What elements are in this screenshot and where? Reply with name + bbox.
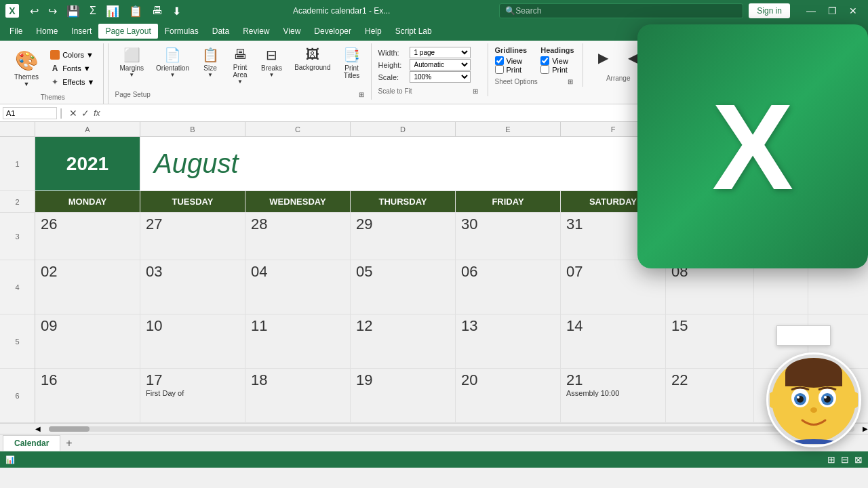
breaks-button[interactable]: ⊟ Breaks ▼ [256, 43, 287, 81]
cell-20[interactable]: 20 [456, 369, 561, 422]
print-titles-button[interactable]: 📑 Print Titles [338, 43, 366, 83]
cell-06[interactable]: 06 [456, 260, 561, 314]
col-header-a[interactable]: A [35, 122, 140, 136]
cell-10[interactable]: 10 [140, 314, 245, 368]
scale-select[interactable]: 100% [410, 71, 471, 83]
redo-button[interactable]: ↪ [45, 3, 60, 19]
cell-04[interactable]: 04 [245, 260, 351, 314]
width-select[interactable]: 1 page [410, 47, 471, 58]
arrange-forward-button[interactable]: ▶ [590, 46, 617, 69]
cell-27[interactable]: 27 [140, 213, 245, 260]
menu-data[interactable]: Data [205, 24, 236, 39]
menu-page-layout[interactable]: Page Layout [98, 24, 157, 39]
effects-button[interactable]: ✦ Effects ▼ [47, 76, 97, 88]
cell-05[interactable]: 05 [351, 260, 456, 314]
cell-tuesday: TUESDAY [140, 191, 245, 212]
cell-17[interactable]: 17 First Day of [140, 369, 245, 422]
page-setup-expand[interactable]: ⊞ [357, 89, 366, 100]
chart-button[interactable]: 📊 [103, 3, 122, 19]
menu-insert[interactable]: Insert [64, 24, 98, 39]
undo-button[interactable]: ↩ [27, 3, 41, 19]
cell-22[interactable]: 22 [666, 369, 754, 422]
cell-21[interactable]: 21 Assembly 10:00 [561, 369, 666, 422]
gridlines-title: Gridlines [495, 46, 528, 54]
cell-15[interactable]: 15 [666, 314, 754, 368]
sheet-tab-calendar[interactable]: Calendar [3, 435, 60, 451]
col-header-d[interactable]: D [351, 122, 456, 136]
cell-17-date: 17 [146, 371, 162, 389]
colors-button[interactable]: Colors ▼ [47, 49, 97, 61]
gridlines-view-checkbox[interactable] [495, 56, 504, 65]
close-button[interactable]: ✕ [844, 4, 863, 18]
cancel-icon[interactable]: ✕ [68, 108, 79, 119]
scroll-track[interactable] [49, 426, 854, 432]
row-num-2: 2 [0, 191, 35, 213]
search-input[interactable] [515, 6, 719, 16]
name-box[interactable] [3, 107, 57, 119]
menu-review[interactable]: Review [236, 24, 276, 39]
cell-03[interactable]: 03 [140, 260, 245, 314]
minimize-button[interactable]: — [801, 4, 821, 18]
orientation-button[interactable]: 📄 Orientation ▼ [151, 43, 194, 81]
menu-formulas[interactable]: Formulas [158, 24, 205, 39]
gridlines-print-checkbox[interactable] [495, 65, 504, 74]
height-select[interactable]: Automatic [410, 59, 471, 70]
menu-file[interactable]: File [3, 24, 29, 39]
background-button[interactable]: 🖼 Background [290, 43, 335, 75]
scroll-thumb[interactable] [49, 426, 90, 432]
headings-view-checkbox[interactable] [540, 56, 549, 65]
cell-12[interactable]: 12 [351, 314, 456, 368]
cell-30[interactable]: 30 [456, 213, 561, 260]
clipboard-button[interactable]: 📋 [126, 3, 145, 19]
scale-expand[interactable]: ⊞ [471, 86, 479, 96]
menu-view[interactable]: View [277, 24, 308, 39]
menu-developer[interactable]: Developer [307, 24, 358, 39]
cell-year[interactable]: 2021 [35, 137, 140, 190]
maximize-button[interactable]: ❐ [823, 4, 842, 18]
cell-29[interactable]: 29 [351, 213, 456, 260]
print-titles-label: Print [344, 64, 359, 72]
cell-13[interactable]: 13 [456, 314, 561, 368]
cell-09[interactable]: 09 [35, 314, 140, 368]
cell-14[interactable]: 14 [561, 314, 666, 368]
page-break-view-button[interactable]: ⊠ [854, 454, 863, 465]
cell-26[interactable]: 26 [35, 213, 140, 260]
save-button[interactable]: 💾 [64, 3, 83, 19]
margins-button[interactable]: ⬜ Margins ▼ [115, 43, 149, 81]
themes-button[interactable]: 🎨 Themes ▼ [8, 46, 45, 91]
page-layout-view-button[interactable]: ⊟ [841, 454, 849, 465]
col-header-e[interactable]: E [456, 122, 561, 136]
headings-print-checkbox[interactable] [540, 65, 549, 74]
menu-help[interactable]: Help [358, 24, 389, 39]
cell-18[interactable]: 18 [245, 369, 351, 422]
autosum-button[interactable]: Σ [87, 3, 99, 19]
sheet-options-expand[interactable]: ⊞ [566, 77, 574, 87]
themes-group: 🎨 Themes ▼ Colors ▼ A Fonts ▼ ✦ E [3, 43, 104, 104]
search-box[interactable]: 🔍 [499, 3, 743, 18]
col-header-c[interactable]: C [245, 122, 351, 136]
add-sheet-button[interactable]: + [60, 436, 77, 451]
col-header-b[interactable]: B [140, 122, 245, 136]
cell-28[interactable]: 28 [245, 213, 351, 260]
cell-11[interactable]: 11 [245, 314, 351, 368]
print-area-arrow: ▼ [237, 79, 243, 85]
fonts-button[interactable]: A Fonts ▼ [47, 62, 97, 75]
sheet-options-label: Sheet Options [495, 78, 538, 85]
menu-script-lab[interactable]: Script Lab [389, 24, 439, 39]
horizontal-scrollbar[interactable]: ◀ ▶ [0, 423, 868, 434]
cell-19[interactable]: 19 [351, 369, 456, 422]
dropdown-arrow[interactable]: ⬇ [170, 3, 184, 19]
cell-02[interactable]: 02 [35, 260, 140, 314]
scale-rows: Width: 1 page Height: Automatic Scale: 1… [378, 46, 479, 83]
scroll-right-arrow[interactable]: ▶ [863, 425, 868, 432]
scroll-left-arrow[interactable]: ◀ [35, 425, 41, 432]
size-button[interactable]: 📋 Size ▼ [197, 43, 224, 81]
menu-home[interactable]: Home [29, 24, 64, 39]
sign-in-button[interactable]: Sign in [749, 3, 790, 18]
print-button[interactable]: 🖶 [149, 3, 165, 19]
print-area-button[interactable]: 🖶 Print Area ▼ [226, 43, 254, 88]
normal-view-button[interactable]: ⊞ [827, 454, 835, 465]
orientation-arrow: ▼ [170, 72, 176, 78]
cell-16[interactable]: 16 [35, 369, 140, 422]
confirm-icon[interactable]: ✓ [80, 108, 91, 119]
